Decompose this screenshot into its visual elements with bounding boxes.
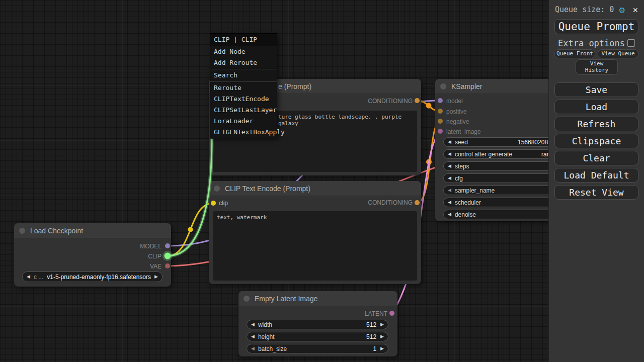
queue-prompt-button[interactable]: Queue Prompt	[554, 19, 638, 34]
view-history-button[interactable]: View History	[576, 59, 618, 75]
extra-options-label: Extra options	[558, 38, 625, 48]
menu-separator	[210, 81, 277, 82]
slot-dot-conditioning-output-positive[interactable]	[415, 98, 420, 103]
slot-dot-clip-input[interactable]	[211, 201, 216, 206]
close-icon[interactable]: ✕	[633, 4, 638, 15]
slot-dot-latent-image-input[interactable]	[438, 129, 443, 134]
comfyui-app: e (Prompt) CONDITIONING ture glass bottl…	[0, 0, 644, 362]
slot-dot-clip-output[interactable]	[165, 253, 171, 259]
context-menu: CLIP | CLIP Add Node Add Reroute Search …	[210, 33, 277, 138]
slot-dot-vae-output[interactable]	[165, 263, 170, 268]
settings-gear-icon[interactable]: ⚙	[619, 4, 625, 15]
slot-dot-model-input[interactable]	[438, 98, 443, 103]
slot-dot-latent-output[interactable]	[389, 311, 394, 316]
slot-dot-conditioning-output-negative[interactable]	[415, 200, 420, 205]
reset-view-button[interactable]: Reset View	[554, 185, 638, 200]
slot-dot-positive-input[interactable]	[438, 109, 443, 114]
queue-panel: Queue size: 0 ⚙ ✕ Queue Prompt Extra opt…	[548, 0, 644, 362]
queue-front-button[interactable]: Queue Front	[554, 49, 595, 58]
menu-item-search[interactable]: Search	[210, 70, 277, 81]
slot-dot-model-output[interactable]	[165, 243, 170, 248]
clear-button[interactable]: Clear	[554, 151, 638, 165]
extra-options-checkbox[interactable]	[627, 39, 635, 47]
menu-item-add-reroute[interactable]: Add Reroute	[210, 57, 277, 68]
load-button[interactable]: Load	[554, 100, 638, 114]
menu-separator	[210, 69, 277, 69]
slot-dot-negative-input[interactable]	[438, 119, 443, 124]
menu-item-clipsetlastlayer[interactable]: CLIPSetLastLayer	[210, 105, 277, 116]
menu-item-add-node[interactable]: Add Node	[210, 46, 277, 57]
menu-item-gligentextboxapply[interactable]: GLIGENTextBoxApply	[210, 127, 277, 138]
clipspace-button[interactable]: Clipspace	[554, 134, 638, 148]
wire-drag-clip	[168, 139, 212, 256]
slot-dots-layer	[0, 0, 644, 362]
view-queue-button[interactable]: View Queue	[598, 49, 638, 58]
menu-item-cliptextencode[interactable]: CLIPTextEncode	[210, 94, 277, 105]
context-menu-title: CLIP | CLIP	[210, 34, 277, 46]
queue-size-label: Queue size: 0	[555, 5, 639, 16]
wire-drag-glow	[168, 139, 212, 256]
menu-item-loraloader[interactable]: LoraLoader	[210, 116, 277, 127]
menu-item-reroute[interactable]: Reroute	[210, 82, 277, 94]
refresh-button[interactable]: Refresh	[554, 117, 638, 131]
save-button[interactable]: Save	[554, 82, 638, 97]
load-default-button[interactable]: Load Default	[554, 168, 638, 183]
extra-options-row: Extra options	[549, 38, 644, 47]
